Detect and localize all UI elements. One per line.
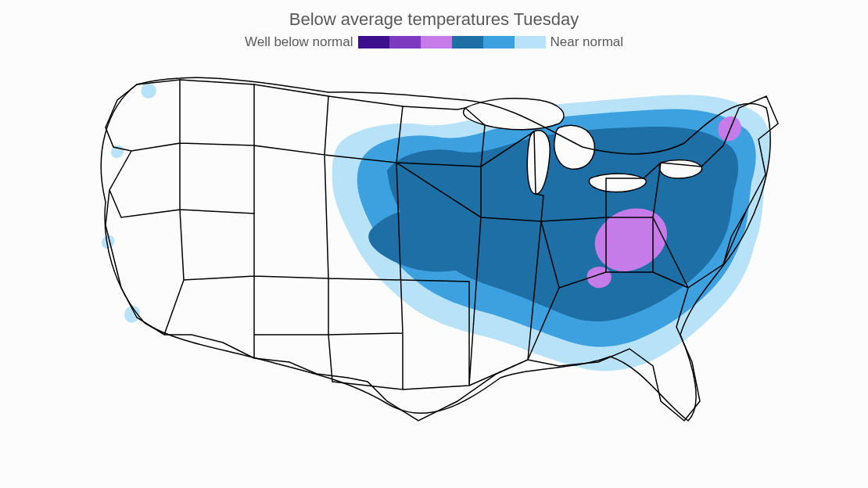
us-map [0, 53, 868, 488]
lake-huron [554, 125, 595, 169]
swatch-purple [389, 36, 421, 48]
zone-lb-nw [142, 84, 156, 99]
map-title: Below average temperatures Tuesday [0, 9, 868, 30]
legend-right-label: Near normal [551, 34, 624, 50]
swatch-light-blue [515, 36, 546, 48]
swatch-dark-blue [452, 36, 483, 48]
color-legend: Well below normal Near normal [0, 34, 868, 50]
swatch-light-purple [421, 36, 452, 48]
swatch-blue [483, 36, 515, 48]
legend-left-label: Well below normal [245, 34, 353, 50]
legend-swatches [358, 36, 546, 48]
map-header: Below average temperatures Tuesday Well … [0, 9, 868, 50]
map-svg [59, 53, 809, 475]
anomaly-layers [102, 84, 770, 371]
swatch-deep-purple [358, 36, 389, 48]
